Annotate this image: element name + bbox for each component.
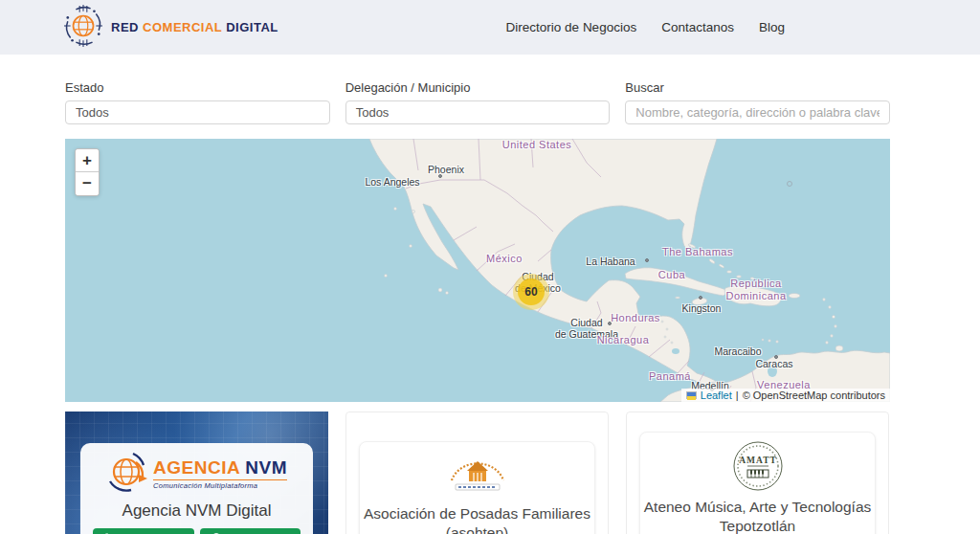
card-amatt[interactable]: AMATT Ateneo Música, Ar — [626, 412, 889, 534]
ukraine-flag-icon — [686, 391, 697, 399]
svg-text:AMATT: AMATT — [739, 456, 777, 465]
globe-circuit-icon — [63, 5, 103, 51]
city-dot — [608, 322, 612, 325]
map-zoom-control: + − — [75, 148, 100, 196]
nav-directorio[interactable]: Directorio de Negocios — [506, 20, 637, 34]
card-amatt-title-line2: Tepotzotlán — [640, 517, 875, 534]
estado-select[interactable]: Todos — [65, 100, 330, 124]
search-field-wrap — [625, 100, 890, 124]
map-attribution: Leaflet | © OpenStreetMap contributors — [681, 389, 890, 402]
card-asohtep-title-line2: (asohtep) — [360, 523, 594, 534]
card-asohtep[interactable]: Asociación de Posadas Familiares (asohte… — [345, 412, 609, 534]
filters-bar: Estado Todos Delegación / Municipio Todo… — [65, 80, 890, 124]
marker-cluster-count: 60 — [518, 278, 545, 305]
nav-contactanos[interactable]: Contactanos — [661, 20, 734, 34]
map-landmass — [65, 139, 890, 402]
nvm-logo-word1: AGENCIA — [153, 457, 239, 478]
osm-attribution-link[interactable]: © OpenStreetMap contributors — [743, 389, 885, 401]
main-nav: Directorio de Negocios Contactanos Blog — [506, 0, 785, 55]
leaflet-map[interactable]: United StatesLos AngelesPhoenixMéxicoCiu… — [65, 139, 890, 402]
nvm-globe-icon — [106, 451, 148, 497]
business-cards-row: AGENCIA NVM Comunicación Multiplataforma… — [65, 412, 890, 534]
brand-logo[interactable]: RED COMERCIAL DIGITAL — [63, 5, 278, 51]
nav-blog[interactable]: Blog — [759, 20, 785, 34]
zoom-out-button[interactable]: − — [76, 172, 99, 195]
municipio-label: Delegación / Municipio — [345, 80, 611, 95]
municipio-select[interactable]: Todos — [345, 100, 611, 124]
city-dot — [438, 174, 442, 178]
city-dot — [774, 355, 778, 359]
card-amatt-panel: AMATT Ateneo Música, Ar — [639, 432, 876, 534]
amatt-logo: AMATT — [640, 440, 875, 492]
phone-button[interactable]: 5534474022 — [93, 528, 194, 534]
asohtep-logo — [360, 450, 594, 496]
city-dot — [699, 296, 702, 300]
card-agencia-nvm-panel: AGENCIA NVM Comunicación Multiplataforma… — [80, 443, 313, 534]
card-agencia-nvm[interactable]: AGENCIA NVM Comunicación Multiplataforma… — [65, 412, 328, 534]
nvm-logo-subtitle: Comunicación Multiplataforma — [153, 479, 287, 490]
buscar-label: Buscar — [625, 80, 890, 95]
agencia-nvm-logo: AGENCIA NVM Comunicación Multiplataforma — [80, 451, 313, 497]
marker-cluster[interactable]: 60 — [513, 274, 549, 310]
estado-label: Estado — [65, 80, 330, 95]
card-asohtep-panel: Asociación de Posadas Familiares (asohte… — [359, 441, 595, 534]
card-asohtep-title-line1: Asociación de Posadas Familiares — [360, 504, 594, 523]
header: RED COMERCIAL DIGITAL Directorio de Nego… — [0, 0, 980, 55]
search-input[interactable] — [635, 105, 880, 120]
leaflet-link[interactable]: Leaflet — [701, 389, 732, 401]
city-dot — [645, 258, 649, 262]
zoom-in-button[interactable]: + — [76, 149, 99, 172]
attribution-separator: | — [736, 389, 739, 401]
card-amatt-title-line1: Ateneo Música, Arte y Tecnologías — [640, 498, 875, 517]
nvm-logo-word2: NVM — [245, 457, 287, 478]
whatsapp-button[interactable]: 5534474022 — [200, 528, 301, 534]
brand-name: RED COMERCIAL DIGITAL — [111, 20, 278, 34]
card-agencia-nvm-title: Agencia NVM Digital — [80, 501, 313, 521]
